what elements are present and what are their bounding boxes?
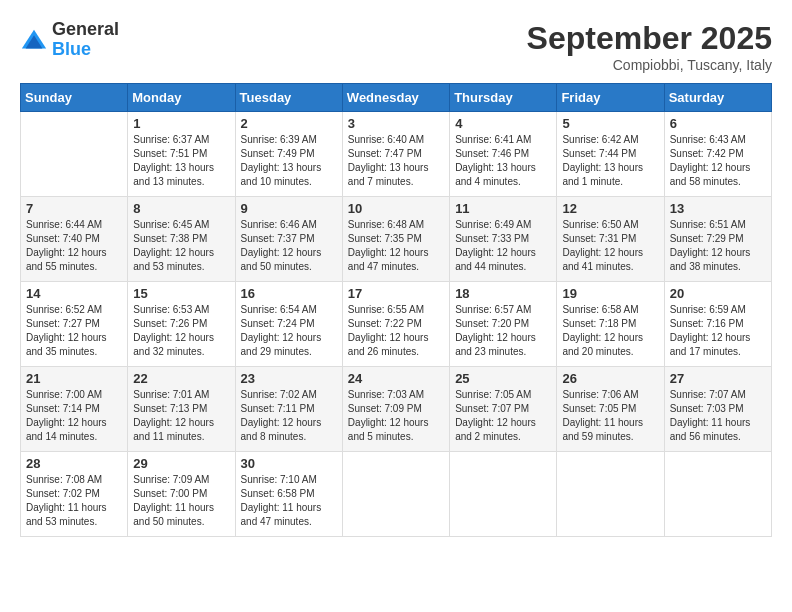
calendar-cell: 27 Sunrise: 7:07 AMSunset: 7:03 PMDaylig… xyxy=(664,367,771,452)
day-number: 25 xyxy=(455,371,551,386)
day-header-monday: Monday xyxy=(128,84,235,112)
cell-content: Sunrise: 6:44 AMSunset: 7:40 PMDaylight:… xyxy=(26,218,122,274)
cell-content: Sunrise: 7:07 AMSunset: 7:03 PMDaylight:… xyxy=(670,388,766,444)
title-block: September 2025 Compiobbi, Tuscany, Italy xyxy=(527,20,772,73)
day-number: 8 xyxy=(133,201,229,216)
calendar-cell: 21 Sunrise: 7:00 AMSunset: 7:14 PMDaylig… xyxy=(21,367,128,452)
calendar-cell: 5 Sunrise: 6:42 AMSunset: 7:44 PMDayligh… xyxy=(557,112,664,197)
day-number: 19 xyxy=(562,286,658,301)
day-number: 14 xyxy=(26,286,122,301)
cell-content: Sunrise: 6:50 AMSunset: 7:31 PMDaylight:… xyxy=(562,218,658,274)
cell-content: Sunrise: 6:42 AMSunset: 7:44 PMDaylight:… xyxy=(562,133,658,189)
cell-content: Sunrise: 6:53 AMSunset: 7:26 PMDaylight:… xyxy=(133,303,229,359)
cell-content: Sunrise: 7:06 AMSunset: 7:05 PMDaylight:… xyxy=(562,388,658,444)
month-title: September 2025 xyxy=(527,20,772,57)
day-number: 3 xyxy=(348,116,444,131)
week-row-1: 1 Sunrise: 6:37 AMSunset: 7:51 PMDayligh… xyxy=(21,112,772,197)
logo-icon xyxy=(20,26,48,54)
day-number: 20 xyxy=(670,286,766,301)
calendar-cell: 13 Sunrise: 6:51 AMSunset: 7:29 PMDaylig… xyxy=(664,197,771,282)
day-header-tuesday: Tuesday xyxy=(235,84,342,112)
week-row-4: 21 Sunrise: 7:00 AMSunset: 7:14 PMDaylig… xyxy=(21,367,772,452)
day-header-saturday: Saturday xyxy=(664,84,771,112)
day-number: 13 xyxy=(670,201,766,216)
calendar-cell: 8 Sunrise: 6:45 AMSunset: 7:38 PMDayligh… xyxy=(128,197,235,282)
day-number: 28 xyxy=(26,456,122,471)
cell-content: Sunrise: 7:00 AMSunset: 7:14 PMDaylight:… xyxy=(26,388,122,444)
cell-content: Sunrise: 7:05 AMSunset: 7:07 PMDaylight:… xyxy=(455,388,551,444)
cell-content: Sunrise: 7:10 AMSunset: 6:58 PMDaylight:… xyxy=(241,473,337,529)
cell-content: Sunrise: 7:01 AMSunset: 7:13 PMDaylight:… xyxy=(133,388,229,444)
day-number: 4 xyxy=(455,116,551,131)
day-number: 16 xyxy=(241,286,337,301)
calendar-cell: 6 Sunrise: 6:43 AMSunset: 7:42 PMDayligh… xyxy=(664,112,771,197)
day-number: 11 xyxy=(455,201,551,216)
calendar-cell xyxy=(557,452,664,537)
cell-content: Sunrise: 6:40 AMSunset: 7:47 PMDaylight:… xyxy=(348,133,444,189)
day-number: 9 xyxy=(241,201,337,216)
calendar-cell: 2 Sunrise: 6:39 AMSunset: 7:49 PMDayligh… xyxy=(235,112,342,197)
calendar-cell: 28 Sunrise: 7:08 AMSunset: 7:02 PMDaylig… xyxy=(21,452,128,537)
header-row: SundayMondayTuesdayWednesdayThursdayFrid… xyxy=(21,84,772,112)
calendar-table: SundayMondayTuesdayWednesdayThursdayFrid… xyxy=(20,83,772,537)
calendar-cell: 7 Sunrise: 6:44 AMSunset: 7:40 PMDayligh… xyxy=(21,197,128,282)
cell-content: Sunrise: 6:37 AMSunset: 7:51 PMDaylight:… xyxy=(133,133,229,189)
calendar-cell: 23 Sunrise: 7:02 AMSunset: 7:11 PMDaylig… xyxy=(235,367,342,452)
cell-content: Sunrise: 6:49 AMSunset: 7:33 PMDaylight:… xyxy=(455,218,551,274)
calendar-cell: 26 Sunrise: 7:06 AMSunset: 7:05 PMDaylig… xyxy=(557,367,664,452)
calendar-cell: 30 Sunrise: 7:10 AMSunset: 6:58 PMDaylig… xyxy=(235,452,342,537)
calendar-cell: 29 Sunrise: 7:09 AMSunset: 7:00 PMDaylig… xyxy=(128,452,235,537)
day-number: 22 xyxy=(133,371,229,386)
logo-blue: Blue xyxy=(52,39,91,59)
cell-content: Sunrise: 6:54 AMSunset: 7:24 PMDaylight:… xyxy=(241,303,337,359)
page-header: General Blue September 2025 Compiobbi, T… xyxy=(20,20,772,73)
day-number: 2 xyxy=(241,116,337,131)
location: Compiobbi, Tuscany, Italy xyxy=(527,57,772,73)
cell-content: Sunrise: 6:45 AMSunset: 7:38 PMDaylight:… xyxy=(133,218,229,274)
calendar-cell: 10 Sunrise: 6:48 AMSunset: 7:35 PMDaylig… xyxy=(342,197,449,282)
calendar-cell: 18 Sunrise: 6:57 AMSunset: 7:20 PMDaylig… xyxy=(450,282,557,367)
calendar-cell xyxy=(664,452,771,537)
cell-content: Sunrise: 6:51 AMSunset: 7:29 PMDaylight:… xyxy=(670,218,766,274)
day-number: 5 xyxy=(562,116,658,131)
week-row-2: 7 Sunrise: 6:44 AMSunset: 7:40 PMDayligh… xyxy=(21,197,772,282)
day-number: 26 xyxy=(562,371,658,386)
cell-content: Sunrise: 7:09 AMSunset: 7:00 PMDaylight:… xyxy=(133,473,229,529)
cell-content: Sunrise: 6:57 AMSunset: 7:20 PMDaylight:… xyxy=(455,303,551,359)
day-header-sunday: Sunday xyxy=(21,84,128,112)
calendar-cell: 1 Sunrise: 6:37 AMSunset: 7:51 PMDayligh… xyxy=(128,112,235,197)
calendar-cell: 24 Sunrise: 7:03 AMSunset: 7:09 PMDaylig… xyxy=(342,367,449,452)
logo-text: General Blue xyxy=(52,20,119,60)
day-number: 27 xyxy=(670,371,766,386)
calendar-cell xyxy=(450,452,557,537)
cell-content: Sunrise: 6:39 AMSunset: 7:49 PMDaylight:… xyxy=(241,133,337,189)
calendar-cell: 17 Sunrise: 6:55 AMSunset: 7:22 PMDaylig… xyxy=(342,282,449,367)
day-number: 17 xyxy=(348,286,444,301)
day-number: 30 xyxy=(241,456,337,471)
day-number: 10 xyxy=(348,201,444,216)
calendar-cell: 11 Sunrise: 6:49 AMSunset: 7:33 PMDaylig… xyxy=(450,197,557,282)
day-header-wednesday: Wednesday xyxy=(342,84,449,112)
day-number: 12 xyxy=(562,201,658,216)
logo-general: General xyxy=(52,19,119,39)
day-number: 29 xyxy=(133,456,229,471)
calendar-cell: 20 Sunrise: 6:59 AMSunset: 7:16 PMDaylig… xyxy=(664,282,771,367)
calendar-cell: 4 Sunrise: 6:41 AMSunset: 7:46 PMDayligh… xyxy=(450,112,557,197)
cell-content: Sunrise: 6:46 AMSunset: 7:37 PMDaylight:… xyxy=(241,218,337,274)
calendar-cell: 9 Sunrise: 6:46 AMSunset: 7:37 PMDayligh… xyxy=(235,197,342,282)
calendar-cell: 3 Sunrise: 6:40 AMSunset: 7:47 PMDayligh… xyxy=(342,112,449,197)
cell-content: Sunrise: 6:48 AMSunset: 7:35 PMDaylight:… xyxy=(348,218,444,274)
calendar-cell: 16 Sunrise: 6:54 AMSunset: 7:24 PMDaylig… xyxy=(235,282,342,367)
day-number: 1 xyxy=(133,116,229,131)
cell-content: Sunrise: 6:43 AMSunset: 7:42 PMDaylight:… xyxy=(670,133,766,189)
day-number: 15 xyxy=(133,286,229,301)
cell-content: Sunrise: 6:58 AMSunset: 7:18 PMDaylight:… xyxy=(562,303,658,359)
day-number: 24 xyxy=(348,371,444,386)
calendar-cell xyxy=(342,452,449,537)
calendar-cell: 22 Sunrise: 7:01 AMSunset: 7:13 PMDaylig… xyxy=(128,367,235,452)
logo: General Blue xyxy=(20,20,119,60)
calendar-cell: 15 Sunrise: 6:53 AMSunset: 7:26 PMDaylig… xyxy=(128,282,235,367)
calendar-cell: 14 Sunrise: 6:52 AMSunset: 7:27 PMDaylig… xyxy=(21,282,128,367)
calendar-cell xyxy=(21,112,128,197)
cell-content: Sunrise: 6:41 AMSunset: 7:46 PMDaylight:… xyxy=(455,133,551,189)
